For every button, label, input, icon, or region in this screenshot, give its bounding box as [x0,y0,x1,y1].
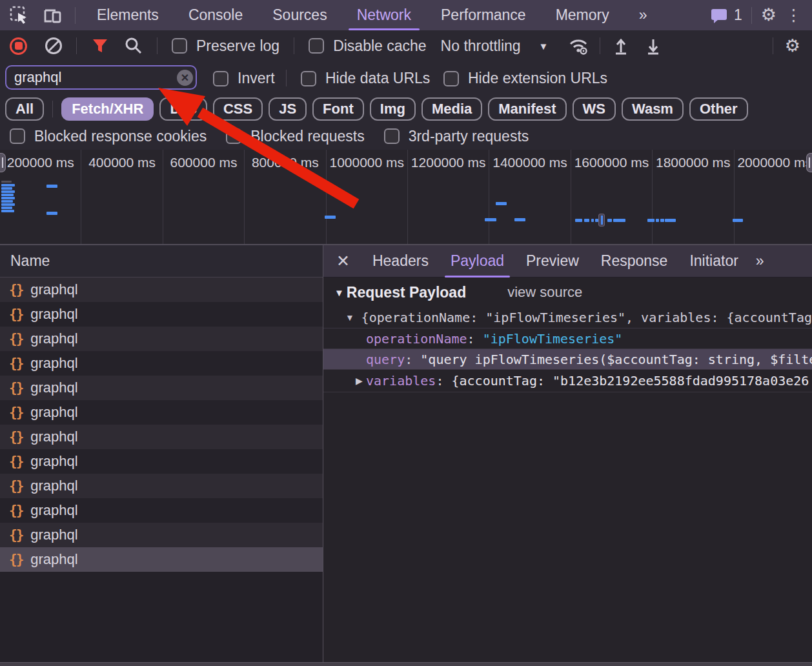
import-har-icon[interactable] [612,36,630,56]
filter-chip-other[interactable]: Other [689,97,748,121]
record-button[interactable] [10,37,27,55]
request-row[interactable]: {}graphql [0,351,323,376]
3rd-party-requests-checkbox[interactable] [384,128,400,144]
blocked-response-cookies-toggle[interactable]: Blocked response cookies [10,128,207,145]
filter-chip-font[interactable]: Font [312,97,364,121]
inspect-element-icon[interactable] [9,5,30,26]
detail-tab-payload[interactable]: Payload [440,245,515,278]
request-row[interactable]: {}graphql [0,302,323,327]
more-tabs-icon[interactable]: » [624,0,662,30]
name-column-header[interactable]: Name [0,245,323,278]
devtools-top-bar: ElementsConsoleSourcesNetworkPerformance… [0,0,812,30]
timeline-tick-1800000-ms: 1800000 ms [653,150,734,244]
request-row[interactable]: {}graphql [0,449,323,474]
payload-row-root[interactable]: ▼{operationName: "ipFlowTimeseries", var… [323,307,812,328]
filter-chip-manifest[interactable]: Manifest [488,97,566,121]
json-braces-icon: {} [9,405,23,420]
divider [76,37,77,54]
invert-checkbox[interactable] [213,71,228,86]
search-icon[interactable] [123,36,143,56]
filter-chip-ws[interactable]: WS [573,97,616,121]
waterfall-bar [1,210,14,212]
tab-elements[interactable]: Elements [82,0,174,30]
request-row[interactable]: {}graphql [0,523,323,547]
request-name: graphql [30,429,77,445]
hide-data-urls-label: Hide data URLs [325,70,430,87]
divider [294,37,294,54]
detail-tab-response[interactable]: Response [590,245,679,278]
preserve-log-toggle[interactable]: Preserve log [172,37,279,55]
settings-gear-icon[interactable]: ⚙ [761,6,776,24]
detail-tab-headers[interactable]: Headers [361,245,440,278]
preserve-log-checkbox[interactable] [172,38,187,54]
close-icon[interactable]: ✕ [336,252,350,270]
json-braces-icon: {} [9,307,23,322]
filter-chip-media[interactable]: Media [421,97,482,121]
payload-row-variables[interactable]: ▶variables: {accountTag: "b12e3b2192ee55… [323,369,812,392]
blocked-requests-toggle[interactable]: Blocked requests [226,128,364,145]
filter-input[interactable] [5,65,197,90]
invert-toggle[interactable]: Invert [213,70,275,87]
waterfall-bar [46,185,57,188]
filter-funnel-icon[interactable] [91,37,109,55]
more-options-icon[interactable]: ⋮ [786,6,802,25]
detail-tab-initiator[interactable]: Initiator [678,245,749,278]
throttling-dropdown[interactable]: No throttling ▼ [441,37,549,55]
filter-chip-js[interactable]: JS [269,97,307,121]
expanded-triangle-icon[interactable]: ▼ [345,312,361,323]
network-conditions-icon[interactable] [567,36,589,56]
request-row[interactable]: {}graphql [0,498,323,523]
issues-message-icon[interactable]: 1 [709,6,742,25]
collapse-triangle-icon[interactable]: ▼ [334,287,344,298]
hide-extension-urls-checkbox[interactable] [443,71,459,86]
divider [286,70,287,86]
payload-row-operationname[interactable]: operationName: "ipFlowTimeseries" [323,328,812,348]
waterfall-bar [1,181,12,183]
filter-chip-wasm[interactable]: Wasm [622,97,684,121]
request-name: graphql [30,330,77,347]
tab-network[interactable]: Network [342,0,426,30]
collapsed-triangle-icon[interactable]: ▶ [356,376,363,386]
hide-data-urls-checkbox[interactable] [301,71,316,86]
filter-chip-doc[interactable]: Doc [159,97,207,121]
filter-chip-fetch-xhr[interactable]: Fetch/XHR [61,97,154,121]
waterfall-bar [607,219,612,222]
request-row[interactable]: {}graphql [0,425,323,449]
hide-extension-urls-toggle[interactable]: Hide extension URLs [443,70,607,87]
tab-performance[interactable]: Performance [426,0,541,30]
request-row[interactable]: {}graphql [0,278,323,302]
request-row[interactable]: {}graphql [0,474,323,498]
divider [773,37,773,54]
request-name: graphql [30,379,77,396]
disable-cache-checkbox[interactable] [309,38,324,54]
clear-filter-icon[interactable]: ✕ [177,70,193,86]
filter-chip-css[interactable]: CSS [213,97,263,121]
timeline-tick-400000-ms: 400000 ms [81,150,163,244]
view-source-link[interactable]: view source [507,284,582,301]
overview-left-grip[interactable] [0,153,6,172]
3rd-party-requests-toggle[interactable]: 3rd-party requests [384,128,529,145]
blocked-requests-checkbox[interactable] [226,128,241,144]
device-toolbar-icon[interactable] [41,5,63,26]
request-row[interactable]: {}graphql [0,400,323,425]
export-har-icon[interactable] [644,36,662,56]
disable-cache-toggle[interactable]: Disable cache [309,37,426,55]
filter-chip-img[interactable]: Img [370,97,416,121]
clear-requests-icon[interactable] [45,37,62,54]
network-toolbar: Preserve log Disable cache No throttling… [0,30,812,61]
tab-memory[interactable]: Memory [541,0,624,30]
payload-row-query[interactable]: query: "query ipFlowTimeseries($accountT… [323,348,812,369]
network-overview-timeline[interactable]: 200000 ms400000 ms600000 ms800000 ms1000… [0,150,812,245]
request-row[interactable]: {}graphql [0,376,323,400]
network-settings-gear-icon[interactable]: ⚙ [785,37,800,55]
request-row[interactable]: {}graphql [0,547,323,572]
detail-tabs-overflow-icon[interactable]: » [756,252,762,270]
request-row[interactable]: {}graphql [0,327,323,351]
filter-chip-all[interactable]: All [5,97,44,121]
blocked-response-cookies-checkbox[interactable] [10,128,25,144]
detail-tab-preview[interactable]: Preview [515,245,590,278]
overview-right-grip[interactable] [806,153,812,172]
hide-data-urls-toggle[interactable]: Hide data URLs [301,70,430,87]
tab-sources[interactable]: Sources [258,0,341,30]
tab-console[interactable]: Console [174,0,258,30]
